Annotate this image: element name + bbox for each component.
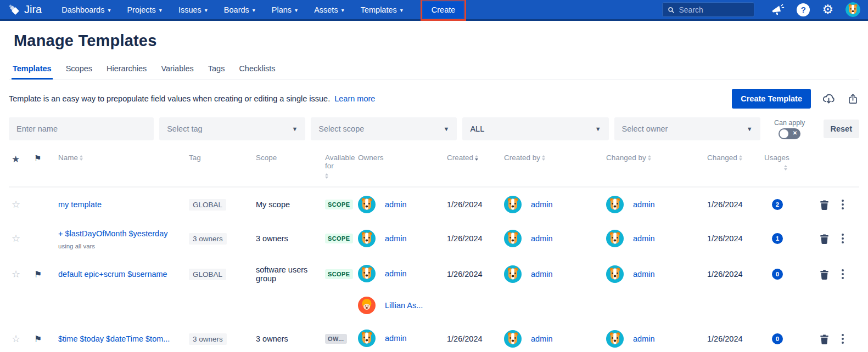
can-apply-toggle[interactable]: ✕ (779, 128, 800, 139)
column-header-favorite[interactable]: ★ (9, 154, 25, 165)
import-button[interactable] (822, 92, 836, 106)
nav-item-issues[interactable]: Issues▾ (178, 5, 208, 14)
tab-checklists[interactable]: Checklists (238, 64, 276, 80)
kebab-menu-icon[interactable] (841, 232, 845, 245)
owner-name-link[interactable]: admin (385, 200, 407, 209)
settings-gear-icon[interactable]: ⚙ (822, 3, 833, 16)
column-header-changed[interactable]: Changed (698, 154, 755, 162)
star-outline-icon[interactable]: ☆ (12, 232, 20, 245)
nav-item-templates[interactable]: Templates▾ (361, 5, 403, 14)
available-for-filter-select[interactable]: ALL ▼ (462, 117, 608, 140)
owner-name-link[interactable]: admin (385, 234, 407, 243)
tab-bar: TemplatesScopesHierarchiesVariablesTagsC… (9, 64, 859, 80)
chevron-down-icon: ▾ (108, 8, 110, 13)
created-by-link[interactable]: admin (531, 200, 553, 209)
trash-icon[interactable] (819, 334, 830, 344)
search-box[interactable] (662, 2, 754, 17)
reset-button[interactable]: Reset (824, 120, 860, 138)
flag-icon[interactable]: ⚑ (34, 334, 42, 344)
created-by-link[interactable]: admin (531, 334, 553, 343)
column-header-changed_by[interactable]: Changed by (597, 154, 698, 162)
name-filter-input[interactable] (9, 117, 154, 140)
nav-item-projects[interactable]: Projects▾ (127, 5, 161, 14)
available-for-badge: SCOPE (325, 200, 353, 209)
scope-filter-select[interactable]: Select scope ▼ (311, 117, 457, 140)
tab-hierarchies[interactable]: Hierarchies (105, 64, 148, 80)
sort-icon[interactable] (475, 155, 478, 161)
page-description: Template is an easy way to prepopulate f… (9, 94, 375, 103)
changed-by-link[interactable]: admin (633, 200, 655, 209)
tag-filter-select[interactable]: Select tag ▼ (159, 117, 305, 140)
search-input[interactable] (679, 5, 749, 14)
scope-cell: 3 owners (247, 229, 316, 248)
nav-item-dashboards[interactable]: Dashboards▾ (61, 5, 110, 14)
column-header-flag[interactable]: ⚑ (25, 154, 49, 163)
help-button[interactable]: ? (797, 3, 810, 16)
sort-icon[interactable] (739, 155, 742, 161)
name-cell: default epic+scrum $username (49, 265, 180, 283)
owner-name-link[interactable]: admin (385, 269, 407, 278)
star-outline-icon[interactable]: ☆ (12, 333, 20, 345)
nav-item-assets[interactable]: Assets▾ (314, 5, 344, 14)
tab-variables[interactable]: Variables (160, 64, 194, 80)
created-cell: 1/26/2024 (438, 195, 495, 214)
column-label: Owners (358, 154, 384, 162)
flag-icon[interactable]: ⚑ (34, 269, 42, 280)
kebab-menu-icon[interactable] (841, 268, 845, 280)
tab-scopes[interactable]: Scopes (65, 64, 93, 80)
tab-templates[interactable]: Templates (12, 64, 53, 80)
template-name-link[interactable]: default epic+scrum $username (58, 270, 167, 279)
changed-cell: 1/26/2024 (698, 195, 755, 214)
tab-tags[interactable]: Tags (207, 64, 226, 80)
trash-icon[interactable] (819, 269, 830, 280)
template-name-link[interactable]: + $lastDayOfMonth $yesterday (58, 229, 167, 238)
column-header-scope[interactable]: Scope (247, 154, 316, 162)
column-header-owners[interactable]: Owners (349, 154, 438, 162)
changed-by-link[interactable]: admin (633, 234, 655, 243)
owner-name-link[interactable]: admin (385, 334, 407, 343)
export-button[interactable] (847, 93, 859, 105)
create-template-button[interactable]: Create Template (732, 89, 811, 109)
sort-icon[interactable] (542, 155, 545, 161)
nav-item-label: Templates (361, 5, 397, 14)
create-button[interactable]: Create (423, 2, 464, 18)
kebab-menu-icon[interactable] (841, 198, 845, 211)
kebab-menu-icon[interactable] (841, 333, 845, 345)
column-header-available_for[interactable]: Available for (316, 154, 349, 179)
column-header-created_by[interactable]: Created by (495, 154, 597, 162)
nav-item-boards[interactable]: Boards▾ (224, 5, 255, 14)
sort-icon[interactable] (325, 173, 328, 179)
template-subtitle: using all vars (58, 243, 95, 249)
learn-more-link[interactable]: Learn more (334, 94, 375, 103)
sort-icon[interactable] (80, 155, 83, 161)
sort-icon[interactable] (648, 155, 651, 161)
template-name-link[interactable]: $time $today $dateTime $tom... (58, 334, 170, 343)
table-header: ★⚑NameTagScopeAvailable forOwnersCreated… (9, 150, 859, 188)
announcements-button[interactable] (771, 3, 785, 16)
favorite-cell: ☆ (9, 229, 25, 248)
jira-logo[interactable]: Jira (8, 3, 42, 16)
created-by-link[interactable]: admin (531, 234, 553, 243)
profile-avatar[interactable] (845, 2, 860, 17)
column-header-created[interactable]: Created (438, 154, 495, 162)
column-header-usages[interactable]: Usages (755, 154, 799, 171)
owner-entry: Lillian As... (358, 297, 423, 314)
created-by-link[interactable]: admin (531, 270, 553, 279)
owner-name-link[interactable]: Lillian As... (385, 301, 423, 310)
column-header-name[interactable]: Name (49, 154, 180, 162)
owner-filter-select[interactable]: Select owner ▼ (614, 117, 760, 140)
sort-icon[interactable] (784, 165, 787, 171)
column-header-tag[interactable]: Tag (180, 154, 247, 162)
nav-item-plans[interactable]: Plans▾ (272, 5, 298, 14)
star-outline-icon[interactable]: ☆ (12, 198, 20, 211)
star-outline-icon[interactable]: ☆ (12, 268, 20, 280)
trash-icon[interactable] (819, 200, 830, 210)
tag-pill: GLOBAL (189, 269, 226, 280)
changed-by-link[interactable]: admin (633, 334, 655, 343)
available-for-cell: SCOPE (316, 229, 349, 248)
trash-icon[interactable] (819, 234, 830, 244)
changed-by-link[interactable]: admin (633, 270, 655, 279)
template-name-link[interactable]: my template (58, 200, 102, 209)
chevron-down-icon: ▾ (205, 8, 208, 13)
flag-icon: ⚑ (34, 154, 41, 163)
